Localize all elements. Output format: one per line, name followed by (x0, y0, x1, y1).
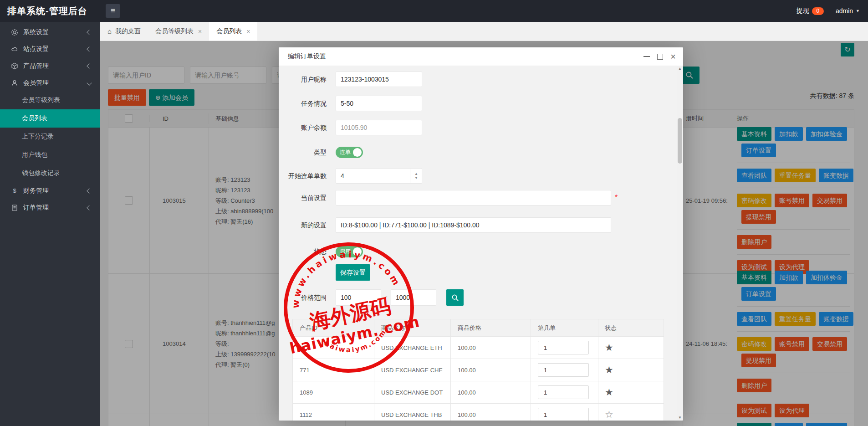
sidebar-item-wallet-log[interactable]: 钱包修改记录 (0, 164, 100, 182)
admin-username: admin (836, 7, 853, 15)
scrollbar-thumb[interactable] (678, 118, 682, 164)
product-table: 产品ID 商品名称 商品价格 第几单 状态 8 USD EXCHANGE ETH… (292, 319, 664, 421)
nickname-input[interactable] (336, 72, 422, 87)
nth-order-input[interactable] (538, 385, 589, 399)
product-table-header: 产品ID 商品名称 商品价格 第几单 状态 (293, 319, 664, 337)
product-name: USD EXCHANGE DOT (374, 381, 450, 403)
sidebar-item-user-wallet[interactable]: 用户钱包 (0, 146, 100, 164)
product-name: USD EXCHANGE ETH (374, 337, 450, 359)
product-id: 771 (293, 359, 374, 381)
task-label: 任务情况 (279, 96, 327, 111)
star-icon[interactable]: ★ (605, 387, 613, 398)
product-row: 1089 USD EXCHANGE DOT 100.00 ★ (293, 381, 664, 404)
nth-order-input[interactable] (538, 363, 589, 377)
col-product-price: 商品价格 (450, 319, 531, 336)
product-row: 8 USD EXCHANGE ETH 100.00 ★ (293, 337, 664, 359)
sidebar-item-updown-records[interactable]: 上下分记录 (0, 128, 100, 146)
new-setting-label: 新的设置 (279, 217, 327, 233)
dialog-scrollbar[interactable]: ▲ ▼ (677, 66, 683, 421)
nickname-label: 用户昵称 (279, 72, 327, 87)
product-price: 100.00 (450, 359, 531, 381)
task-input[interactable] (336, 96, 422, 111)
home-icon: ⌂ (107, 27, 112, 35)
chevron-down-icon: ▼ (856, 9, 860, 13)
product-id: 1112 (293, 404, 374, 421)
start-count-input[interactable] (336, 168, 422, 184)
sidebar-item-finance[interactable]: $ 财务管理 (0, 182, 100, 199)
tab-member-levels[interactable]: 会员等级列表 × (148, 22, 209, 41)
sidebar-item-system-settings[interactable]: 系统设置 (0, 24, 100, 41)
price-search-icon[interactable] (446, 289, 464, 306)
range-dash: - (385, 293, 388, 300)
col-status: 状态 (598, 319, 664, 336)
header-right: 提现 0 admin ▼ (797, 0, 860, 22)
col-product-name: 商品名称 (374, 319, 450, 336)
status-toggle[interactable]: 启用 (336, 246, 363, 257)
sidebar-item-member-levels[interactable]: 会员等级列表 (0, 91, 100, 109)
withdraw-link[interactable]: 提现 0 (797, 7, 824, 15)
balance-label: 账户余额 (279, 120, 327, 135)
sidebar-item-site-settings[interactable]: 站点设置 (0, 41, 100, 57)
tabbar: ⌂ 我的桌面 会员等级列表 × 会员列表 × (100, 22, 868, 41)
edit-order-settings-dialog: 编辑订单设置 × 用户昵称 任务情况 账户余额 类型 连单 (279, 47, 683, 421)
current-setting-input[interactable] (336, 190, 611, 205)
admin-dropdown[interactable]: admin ▼ (836, 7, 860, 15)
sidebar-item-product-management[interactable]: 产品管理 (0, 57, 100, 74)
app-header: 排单系统-管理后台 ≡ 提现 0 admin ▼ (0, 0, 868, 22)
scroll-up-icon[interactable]: ▲ (677, 67, 683, 71)
minimize-icon[interactable] (643, 56, 650, 57)
current-setting-label: 当前设置 (279, 190, 327, 205)
product-price: 100.00 (450, 381, 531, 403)
number-stepper[interactable]: ▲▼ (410, 169, 422, 183)
start-count-label: 开始连单单数 (279, 168, 327, 184)
user-icon (11, 79, 18, 87)
tab-desktop[interactable]: ⌂ 我的桌面 (100, 22, 148, 41)
scroll-down-icon[interactable]: ▼ (677, 416, 683, 420)
hamburger-icon[interactable]: ≡ (106, 4, 120, 18)
tab-member-list[interactable]: 会员列表 × (209, 22, 257, 41)
sidebar-item-member-list[interactable]: 会员列表 (0, 109, 100, 128)
sidebar-label: 会员管理 (23, 79, 49, 87)
new-setting-input[interactable] (336, 217, 611, 233)
cloud-icon (11, 46, 18, 53)
close-icon[interactable]: × (670, 52, 676, 61)
nth-order-input[interactable] (538, 341, 589, 354)
chevron-left-icon (87, 63, 92, 68)
dollar-icon: $ (11, 187, 18, 195)
product-price: 100.00 (450, 337, 531, 359)
product-row: 771 USD EXCHANGE CHF 100.00 ★ (293, 359, 664, 381)
col-product-id: 产品ID (293, 319, 374, 336)
product-id: 8 (293, 337, 374, 359)
close-icon[interactable]: × (198, 28, 202, 35)
sidebar-item-member-management[interactable]: 会员管理 (0, 74, 100, 91)
dialog-title: 编辑订单设置 (288, 52, 326, 61)
sidebar-item-order-management[interactable]: 订单管理 (0, 199, 100, 216)
app-title: 排单系统-管理后台 (7, 5, 97, 17)
type-toggle[interactable]: 连单 (336, 147, 363, 158)
gear-icon (11, 29, 18, 36)
maximize-icon[interactable] (657, 54, 663, 60)
nth-order-input[interactable] (538, 408, 589, 421)
sidebar-label: 财务管理 (23, 187, 49, 195)
sidebar: 系统设置 站点设置 产品管理 会员管理 会员等级列表 会员列表 上下分记录 用户… (0, 22, 100, 426)
chevron-left-icon (87, 188, 92, 193)
sidebar-label: 订单管理 (23, 204, 49, 212)
price-max-input[interactable] (391, 289, 436, 306)
balance-input[interactable] (336, 120, 422, 135)
product-id: 1089 (293, 381, 374, 403)
save-button[interactable]: 保存设置 (336, 264, 370, 281)
price-min-input[interactable] (336, 289, 381, 306)
dialog-header: 编辑订单设置 × (279, 47, 683, 66)
close-icon[interactable]: × (246, 28, 250, 35)
price-range-label: 价格范围 (279, 289, 327, 306)
product-row: 1112 USD EXCHANGE THB 100.00 ☆ (293, 404, 664, 421)
product-name: USD EXCHANGE CHF (374, 359, 450, 381)
status-label: 状态 (279, 244, 327, 259)
product-price: 100.00 (450, 404, 531, 421)
star-icon[interactable]: ☆ (605, 409, 613, 420)
star-icon[interactable]: ★ (605, 342, 613, 353)
dialog-body: 用户昵称 任务情况 账户余额 类型 连单 开始连单单数 ▲▼ 当前设置 (279, 66, 683, 421)
star-icon[interactable]: ★ (605, 364, 613, 375)
required-asterisk: * (615, 194, 618, 202)
chevron-down-icon (87, 80, 92, 85)
